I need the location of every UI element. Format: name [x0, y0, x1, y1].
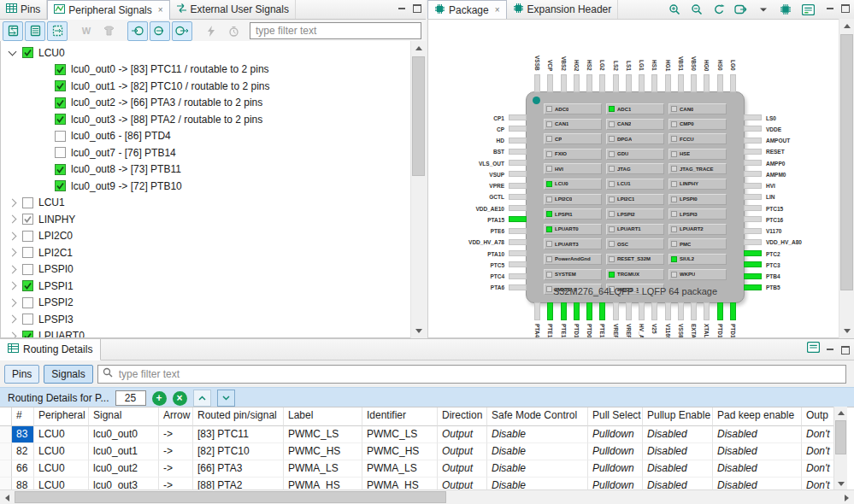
table-cell[interactable]: Disabled [643, 478, 713, 490]
tree-item[interactable]: lcu0_out3 -> [88] PTA2 / routable to 2 p… [1, 111, 409, 128]
tab-peripheral-signals[interactable]: Peripheral Signals× [47, 0, 169, 20]
pin-vrefh[interactable]: VREFH [613, 302, 619, 320]
pin-hs1[interactable]: HS1 [651, 74, 657, 92]
unroute-pin-icon[interactable] [47, 21, 68, 41]
table-cell[interactable]: Pulldown [588, 478, 643, 490]
remove-row-button[interactable]: × [173, 391, 187, 406]
tab-routing-details[interactable]: Routing Details [0, 339, 101, 360]
minimize-icon[interactable] [827, 5, 834, 13]
expand-down-button[interactable] [217, 390, 235, 407]
table-cell[interactable]: Pulldown [588, 460, 643, 478]
checkbox[interactable] [55, 64, 66, 75]
maximize-icon[interactable] [841, 4, 850, 13]
peripheral-block-jtag[interactable]: JTAG [606, 163, 664, 174]
column-header[interactable]: Identifier [362, 407, 438, 426]
table-cell[interactable]: Disabled [643, 443, 713, 460]
tree-item[interactable]: lcu0_out1 -> [82] PTC10 / routable to 2 … [1, 78, 409, 95]
pin-vbs0[interactable]: VBS0 [691, 74, 697, 92]
peripheral-block-fccu[interactable]: FCCU [668, 133, 727, 144]
peripheral-block-lpspi0[interactable]: LPSPI0 [668, 194, 727, 205]
peripheral-block-lpuart1[interactable]: LPUART1 [606, 224, 664, 235]
column-header[interactable]: Pullup Enable [643, 407, 713, 426]
peripheral-block-hse[interactable]: HSE [668, 149, 727, 160]
table-cell[interactable]: Disable [487, 426, 588, 443]
chip-tool-icon[interactable] [777, 0, 794, 20]
table-cell[interactable]: Disabled [713, 443, 802, 460]
collapse-up-button[interactable] [193, 390, 211, 407]
peripheral-block-can0[interactable]: CAN0 [668, 103, 727, 114]
table-cell[interactable]: lcu0_out0 [89, 426, 159, 443]
tree-scrollbar[interactable] [410, 41, 426, 338]
tree-item[interactable]: lcu0_out7 - [76] PTB14 [1, 144, 409, 161]
scroll-down-icon[interactable] [834, 478, 847, 490]
pin-ampout[interactable]: AMPOUT [744, 138, 762, 144]
checkbox[interactable] [22, 231, 33, 242]
tree-item[interactable]: LPI2C1 [1, 244, 409, 261]
table-cell[interactable]: Disabled [713, 460, 802, 478]
pin-vbs1[interactable]: VBS1 [678, 74, 684, 92]
chevron-collapsed-icon[interactable] [9, 265, 17, 273]
pin-pte16[interactable]: PTE16 [547, 302, 553, 320]
pin-ptd16[interactable]: PTD16 [717, 302, 723, 320]
tree-item[interactable]: LPUART0 [1, 328, 409, 339]
table-cell[interactable]: -> [159, 460, 193, 478]
pin-v1169[interactable]: V1169 [665, 302, 671, 320]
pin-hv_a79[interactable]: HV_A79 [639, 302, 645, 320]
checkbox[interactable] [22, 331, 33, 338]
peripheral-block-trgmux[interactable]: TRGMUX [606, 269, 664, 280]
tree-item[interactable]: LCU1 [1, 195, 409, 212]
pin-hvi[interactable]: HVI [744, 183, 762, 189]
pin-hg1[interactable]: HG1 [665, 74, 671, 92]
signals-toggle-button[interactable]: Signals [44, 365, 92, 384]
table-row[interactable]: 66LCU0lcu0_out2->[66] PTA3PWMA_LSPWMA_LS… [0, 460, 854, 478]
tree-item[interactable]: LPSPI1 [1, 278, 409, 295]
pin-ptc4[interactable]: PTC4 [509, 273, 527, 279]
tree-item[interactable]: LPI2C0 [1, 228, 409, 245]
table-cell[interactable]: LCU0 [34, 460, 89, 478]
tree-item[interactable]: lcu0_out8 -> [73] PTB11 [1, 161, 409, 179]
table-cell[interactable]: PWMC_HS [284, 443, 362, 460]
table-cell[interactable]: LCU0 [34, 443, 89, 460]
checkbox[interactable] [55, 131, 66, 142]
chevron-collapsed-icon[interactable] [9, 215, 17, 224]
pin-ptd15[interactable]: PTD15 [730, 302, 736, 320]
table-cell[interactable]: Output [438, 443, 487, 460]
tree-item[interactable]: LCU0 [1, 44, 409, 62]
table-row[interactable]: 83LCU0lcu0_out0->[83] PTC11PWMC_LSPWMC_L… [0, 426, 854, 443]
peripheral-block-adc1[interactable]: ADC1 [606, 103, 664, 114]
table-cell[interactable]: [66] PTA3 [193, 460, 284, 478]
peripheral-block-lpi2c0[interactable]: LPI2C0 [544, 194, 602, 205]
tree-item[interactable]: lcu0_out6 - [86] PTD4 [1, 128, 409, 145]
tree-item[interactable]: LPSPI0 [1, 261, 409, 278]
table-cell[interactable]: [83] PTC11 [193, 426, 284, 443]
table-cell[interactable]: 88 [12, 478, 34, 490]
column-header[interactable]: Direction [438, 407, 487, 426]
pin-ls1[interactable]: LS1 [626, 74, 632, 92]
table-cell[interactable]: [82] PTC10 [193, 443, 284, 460]
table-cell[interactable]: -> [159, 426, 193, 443]
tree-item[interactable]: lcu0_out2 -> [66] PTA3 / routable to 2 p… [1, 95, 409, 112]
checkbox[interactable] [55, 80, 66, 91]
tree-item[interactable]: LINPHY [1, 211, 409, 228]
pin-hg0[interactable]: HG0 [704, 74, 710, 92]
peripheral-block-lpspi1[interactable]: LPSPI1 [544, 208, 602, 220]
table-cell[interactable]: [88] PTA2 [193, 478, 284, 490]
peripheral-block-adc0[interactable]: ADC0 [544, 103, 602, 114]
pin-v1170[interactable]: V1170 [744, 228, 762, 234]
pin-vrefl[interactable]: VREFL [626, 302, 632, 320]
pin-xtal[interactable]: XTAL [704, 302, 710, 320]
zoom-out-icon[interactable] [688, 0, 705, 20]
pin-ptc16[interactable]: PTC16 [744, 216, 762, 222]
table-cell[interactable]: PWMA_HS [284, 478, 362, 490]
stopwatch-icon[interactable] [223, 21, 244, 41]
chevron-collapsed-icon[interactable] [9, 298, 17, 307]
zoom-in-icon[interactable] [666, 0, 683, 20]
restore-view-icon[interactable] [807, 342, 820, 355]
checkbox[interactable] [22, 314, 33, 325]
pin-vdd_hv_a80[interactable]: VDD_HV_A80 [744, 239, 762, 245]
peripheral-block-lpuart0[interactable]: LPUART0 [544, 224, 602, 235]
peripheral-block-system[interactable]: SYSTEM [544, 269, 602, 280]
table-cell[interactable]: PWMA_HS [362, 478, 438, 490]
pin-pta4[interactable]: PTA4 [534, 302, 540, 320]
checkbox[interactable] [55, 164, 66, 175]
